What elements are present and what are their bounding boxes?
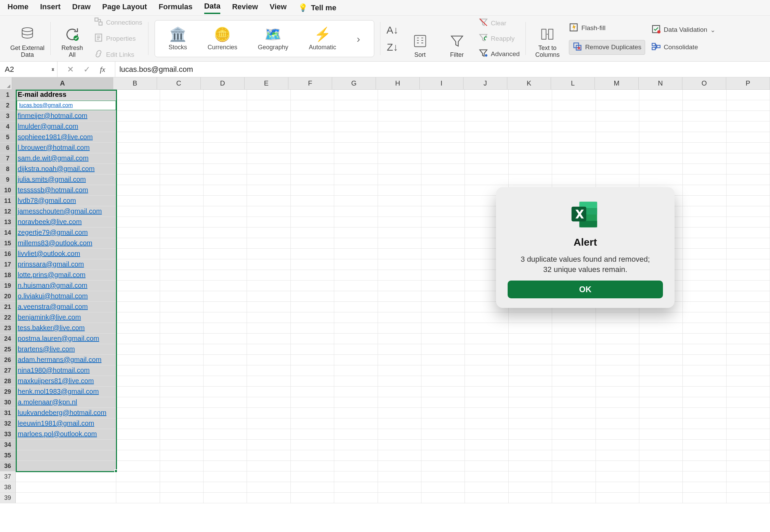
reapply-button[interactable]: Reapply (479, 33, 520, 44)
email-link[interactable]: tess.bakker@live.com (18, 324, 85, 332)
cell[interactable] (727, 397, 770, 408)
cell[interactable] (160, 291, 204, 302)
row-header[interactable]: 34 (0, 440, 16, 450)
data-validation-button[interactable]: Data Validation ⌄ (651, 24, 715, 36)
cell[interactable]: lmulder@gmail.com (16, 121, 116, 132)
cell[interactable] (552, 323, 596, 334)
cell[interactable] (465, 344, 508, 355)
cell[interactable] (509, 121, 552, 132)
cell[interactable] (247, 100, 290, 111)
cell[interactable] (160, 164, 204, 174)
cell[interactable] (291, 270, 334, 281)
row-header[interactable]: 32 (0, 418, 16, 429)
cell[interactable] (683, 493, 726, 503)
email-link[interactable]: lmulder@gmail.com (18, 122, 78, 130)
cell[interactable] (596, 153, 639, 164)
cell[interactable]: tesssssb@hotmail.com (16, 185, 116, 196)
row-header[interactable]: 10 (0, 185, 16, 196)
cell[interactable] (204, 281, 247, 291)
cell[interactable] (247, 164, 290, 174)
cell[interactable]: tess.bakker@live.com (16, 323, 116, 334)
cell[interactable] (552, 153, 596, 164)
cell[interactable] (291, 185, 334, 196)
cell[interactable] (552, 164, 596, 174)
email-link[interactable]: nina1980@hotmail.com (18, 366, 90, 374)
cell[interactable] (378, 238, 421, 249)
cell[interactable] (291, 100, 334, 111)
cell[interactable] (683, 174, 726, 185)
cell[interactable] (727, 408, 770, 418)
row-header[interactable]: 17 (0, 259, 16, 270)
cell[interactable] (247, 408, 290, 418)
row-header[interactable]: 9 (0, 174, 16, 185)
cell[interactable] (334, 418, 378, 429)
column-header-E[interactable]: E (245, 77, 288, 89)
cell[interactable] (378, 90, 421, 100)
cell[interactable] (378, 418, 421, 429)
cell[interactable] (204, 302, 247, 312)
cell[interactable] (596, 482, 639, 493)
cell[interactable] (421, 302, 465, 312)
email-link[interactable]: marloes.pol@outlook.com (18, 430, 97, 438)
cell[interactable]: noravbeek@live.com (16, 217, 116, 228)
cell[interactable] (727, 111, 770, 121)
cell[interactable] (160, 249, 204, 259)
cell[interactable] (116, 440, 160, 450)
row-header[interactable]: 36 (0, 461, 16, 471)
cell[interactable] (552, 408, 596, 418)
cell[interactable] (421, 249, 465, 259)
cell[interactable] (552, 387, 596, 397)
cell[interactable] (378, 121, 421, 132)
cell[interactable] (160, 174, 204, 185)
cell[interactable] (683, 440, 726, 450)
cell[interactable] (247, 450, 290, 461)
cell[interactable] (116, 334, 160, 344)
cell[interactable] (334, 121, 378, 132)
row-header[interactable]: 28 (0, 376, 16, 387)
cell[interactable] (16, 450, 116, 461)
cell[interactable] (116, 143, 160, 153)
cell[interactable] (116, 387, 160, 397)
cell[interactable] (552, 429, 596, 440)
cell[interactable] (639, 450, 683, 461)
cell[interactable] (552, 376, 596, 387)
cell[interactable] (552, 143, 596, 153)
cell[interactable] (116, 132, 160, 143)
cell[interactable] (552, 397, 596, 408)
column-header-D[interactable]: D (201, 77, 245, 89)
cell[interactable] (160, 450, 204, 461)
cell[interactable] (639, 493, 683, 503)
cell[interactable] (160, 493, 204, 503)
cell[interactable] (509, 482, 552, 493)
cell[interactable] (596, 143, 639, 153)
cell[interactable] (596, 344, 639, 355)
cell[interactable] (247, 365, 290, 376)
cell[interactable] (204, 461, 247, 471)
cell[interactable] (116, 429, 160, 440)
cell[interactable] (727, 196, 770, 206)
cell[interactable] (334, 143, 378, 153)
cell[interactable] (160, 376, 204, 387)
cell[interactable] (465, 111, 508, 121)
cell[interactable] (160, 111, 204, 121)
cell[interactable] (291, 196, 334, 206)
cell[interactable] (334, 164, 378, 174)
cell[interactable] (727, 291, 770, 302)
cell[interactable] (683, 259, 726, 270)
cell[interactable] (596, 493, 639, 503)
cell[interactable] (116, 270, 160, 281)
cell[interactable] (683, 312, 726, 323)
cell[interactable] (204, 143, 247, 153)
cell[interactable] (116, 100, 160, 111)
email-link[interactable]: o.liviakui@hotmail.com (18, 292, 88, 300)
cell[interactable] (509, 153, 552, 164)
cell[interactable] (160, 355, 204, 365)
cell[interactable] (378, 397, 421, 408)
cell[interactable] (509, 90, 552, 100)
cell[interactable] (465, 174, 508, 185)
cell[interactable] (596, 174, 639, 185)
tab-draw[interactable]: Draw (72, 2, 91, 13)
cell[interactable] (683, 121, 726, 132)
cell[interactable] (639, 355, 683, 365)
cell[interactable] (204, 408, 247, 418)
